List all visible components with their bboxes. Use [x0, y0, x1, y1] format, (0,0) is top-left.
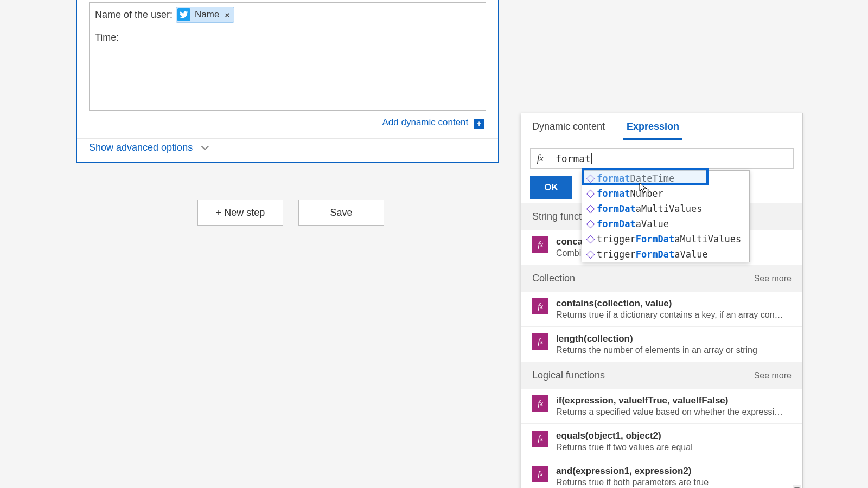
ok-button[interactable]: OK	[530, 176, 572, 199]
autocomplete-item[interactable]: triggerFormDataValue	[582, 247, 749, 262]
token-remove-icon[interactable]: ×	[225, 10, 229, 20]
autocomplete-item[interactable]: formDataValue	[582, 216, 749, 232]
twitter-icon	[177, 8, 190, 21]
fx-icon: fx	[532, 431, 548, 447]
scroll-down-icon[interactable]	[793, 485, 801, 488]
footer-buttons: + New step Save	[197, 200, 384, 226]
tab-expression[interactable]: Expression	[616, 113, 690, 140]
token-name[interactable]: Name ×	[176, 7, 234, 23]
method-icon	[586, 220, 595, 228]
method-icon	[586, 204, 595, 213]
autocomplete-item[interactable]: formatNumber	[582, 186, 749, 201]
fx-icon: fx	[532, 298, 548, 314]
expression-input[interactable]: format	[550, 148, 794, 169]
fx-icon: fx	[532, 466, 548, 482]
method-icon	[586, 250, 595, 259]
autocomplete-popup: formatDateTimeformatNumberformDataMultiV…	[582, 170, 750, 262]
category-collection: Collection See more	[521, 265, 802, 292]
save-button[interactable]: Save	[298, 200, 384, 226]
action-card: Name of the user: Name × Time: Add dynam…	[76, 0, 499, 163]
func-and[interactable]: fx and(expression1, expression2) Returns…	[521, 459, 802, 488]
see-more-collection[interactable]: See more	[754, 274, 792, 284]
label-user: Name of the user:	[95, 9, 173, 21]
label-time: Time:	[95, 32, 119, 43]
tab-dynamic-content[interactable]: Dynamic content	[521, 113, 616, 140]
func-length[interactable]: fx length(collection) Returns the number…	[521, 327, 802, 362]
func-contains[interactable]: fx contains(collection, value) Returns t…	[521, 292, 802, 327]
expression-flyout: Dynamic content Expression fx format OK …	[521, 113, 803, 488]
method-icon	[586, 235, 595, 243]
add-dynamic-content-link[interactable]: Add dynamic content +	[89, 111, 486, 129]
func-if[interactable]: fx if(expression, valueIfTrue, valueIfFa…	[521, 389, 802, 424]
plus-icon: +	[474, 119, 484, 129]
see-more-logical[interactable]: See more	[754, 371, 792, 381]
body-textarea[interactable]: Name of the user: Name × Time:	[89, 2, 486, 111]
new-step-button[interactable]: + New step	[197, 200, 283, 226]
method-icon	[586, 174, 595, 183]
fx-icon: fx	[532, 333, 548, 350]
autocomplete-item[interactable]: formDataMultiValues	[582, 201, 749, 216]
category-logical: Logical functions See more	[521, 362, 802, 389]
fx-icon: fx	[532, 236, 548, 253]
autocomplete-item[interactable]: triggerFormDataMultiValues	[582, 232, 749, 247]
autocomplete-item[interactable]: formatDateTime	[582, 171, 749, 186]
token-label: Name	[195, 9, 219, 20]
method-icon	[586, 189, 595, 198]
chevron-down-icon	[201, 143, 209, 150]
fx-icon: fx	[530, 148, 550, 169]
show-advanced-toggle[interactable]: Show advanced options	[77, 138, 498, 162]
func-equals[interactable]: fx equals(object1, object2) Returns true…	[521, 424, 802, 459]
fx-icon: fx	[532, 395, 548, 412]
